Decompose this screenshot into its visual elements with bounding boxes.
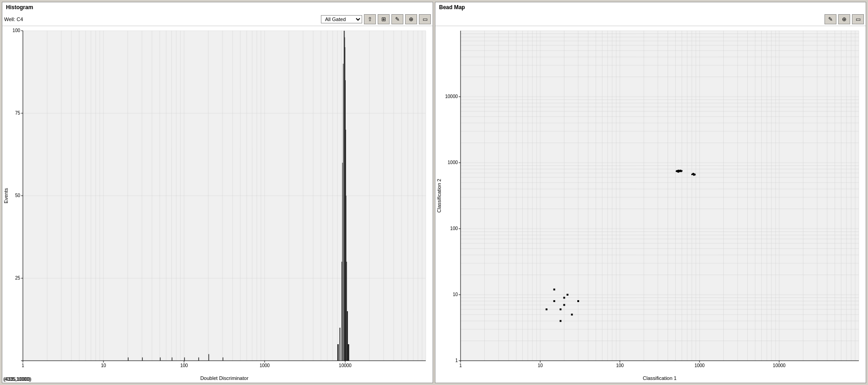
histogram-coords: (4335,10000) [4, 377, 32, 382]
bead-edit-button[interactable]: ✎ [825, 14, 836, 24]
histogram-title: Histogram [4, 3, 35, 11]
square-button[interactable]: ▭ [419, 14, 431, 24]
well-label: Well: C4 [4, 16, 23, 22]
edit-button[interactable]: ✎ [391, 14, 403, 24]
histogram-chart: (4335,10000) [2, 26, 433, 383]
bead-zoom-button[interactable]: ⊕ [838, 14, 850, 24]
bead-map-chart [435, 26, 866, 383]
histogram-header: Histogram [2, 2, 433, 12]
bead-map-panel: Bead Map ✎ ⊕ ▭ [435, 2, 866, 383]
bead-square-button[interactable]: ▭ [852, 14, 864, 24]
bead-map-canvas [435, 26, 866, 383]
upload-button[interactable]: ⇧ [364, 14, 376, 24]
zoom-button[interactable]: ⊕ [405, 14, 417, 24]
histogram-panel: Histogram Well: C4 All Gated Gated Ungat… [2, 2, 433, 383]
bead-map-title: Bead Map [437, 3, 467, 11]
histogram-canvas [2, 26, 433, 383]
bead-map-header: Bead Map [435, 2, 866, 12]
bars-button[interactable]: ⊞ [378, 14, 390, 24]
bead-map-toolbar: ✎ ⊕ ▭ [435, 12, 866, 26]
gate-dropdown[interactable]: All Gated Gated Ungated [321, 15, 362, 23]
histogram-toolbar: Well: C4 All Gated Gated Ungated ⇧ ⊞ ✎ ⊕… [2, 12, 433, 26]
